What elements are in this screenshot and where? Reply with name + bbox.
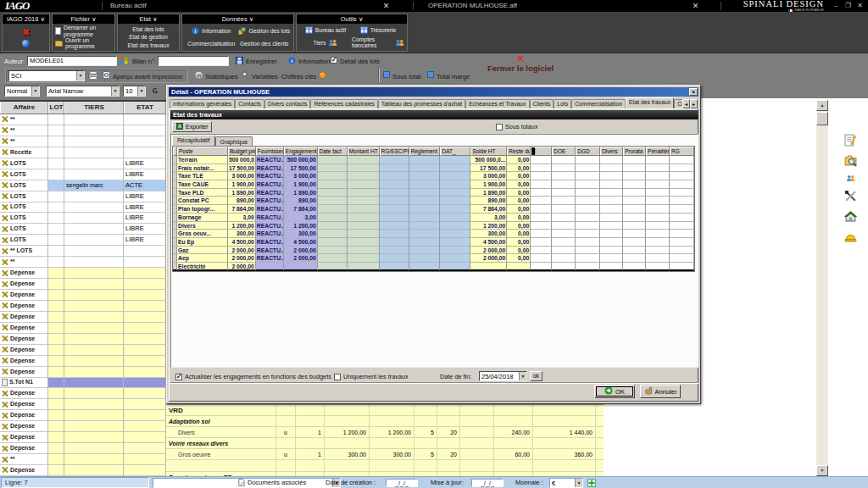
cell-prorata[interactable] xyxy=(623,189,646,197)
cell-engagement[interactable]: 1 900,00 xyxy=(284,180,318,189)
cell-solde_ht[interactable]: 4 500,00 xyxy=(470,238,507,247)
cell-reste_du[interactable]: 0,00 xyxy=(507,205,531,214)
list-item[interactable]: Dépense xyxy=(0,399,166,410)
cell-montant_ht[interactable] xyxy=(348,222,380,230)
table-row[interactable]: Aep2 000,00REACTU...2 000,002 000,000,00 xyxy=(173,254,694,263)
cell-tiers[interactable] xyxy=(64,378,124,389)
tab-scroll-right-icon[interactable]: ► xyxy=(690,99,698,108)
cell-divers[interactable] xyxy=(600,238,623,247)
column-header-etat[interactable]: ETAT xyxy=(124,102,166,114)
cell-lot[interactable] xyxy=(48,465,64,476)
cell-fournisseur[interactable]: REACTU... xyxy=(256,172,284,180)
cell-montant_ht[interactable] xyxy=(348,214,380,222)
cell-dgd[interactable] xyxy=(576,214,600,222)
column-header-affaire[interactable]: Affaire xyxy=(0,102,48,114)
cell-budget_prev[interactable]: 500 000,0... xyxy=(228,156,256,164)
cell-fournisseur[interactable]: REACTU... xyxy=(256,238,284,247)
cell-date_fact[interactable] xyxy=(318,205,348,214)
cell-etat[interactable] xyxy=(124,268,166,279)
cell-dat[interactable] xyxy=(440,214,470,222)
cell-etat[interactable] xyxy=(124,356,166,367)
cell-reglement[interactable] xyxy=(409,254,441,263)
detail-lots-checkbox[interactable] xyxy=(331,57,337,64)
cell-lot[interactable] xyxy=(48,312,64,323)
cell-fournisseur[interactable]: REACTU... xyxy=(256,180,284,189)
cell-budget_prev[interactable]: 4 500,00 xyxy=(228,238,256,247)
menu-title-etat[interactable]: Etat ∨ xyxy=(118,14,179,24)
cell-rg[interactable] xyxy=(670,222,694,230)
tab-ech-ances-et-travaux[interactable]: Echéances et Travaux xyxy=(465,99,529,108)
cell-fournisseur[interactable]: REACTU... xyxy=(256,222,284,230)
cell-affaire[interactable]: ** xyxy=(0,114,48,125)
cell-tiers[interactable] xyxy=(64,443,124,454)
cell-affaire[interactable]: Dépense xyxy=(0,334,48,345)
cell-lot[interactable] xyxy=(48,421,64,432)
cell-doe[interactable] xyxy=(552,254,576,263)
scrollbar-thumb[interactable] xyxy=(816,112,828,125)
cell-prorata[interactable] xyxy=(623,263,646,271)
cell-affaire[interactable]: LOTS xyxy=(0,224,48,235)
cell-dat[interactable] xyxy=(440,230,470,238)
cell-reglement[interactable] xyxy=(409,205,441,214)
cell-etat[interactable] xyxy=(124,125,166,136)
cell-fournisseur[interactable]: REACTU... xyxy=(256,230,284,238)
cell-solde_ht[interactable]: 7 864,00 xyxy=(470,205,507,214)
cell-solde_ht[interactable]: 500 000,0... xyxy=(470,156,507,164)
cell-reste_du[interactable]: 0,00 xyxy=(507,247,531,255)
cell-engagement[interactable]: 300,00 xyxy=(284,230,318,238)
cell-penalites[interactable] xyxy=(646,263,670,271)
cell-dgd[interactable] xyxy=(576,172,600,180)
cell-dgd[interactable] xyxy=(576,164,600,173)
cell-reglement[interactable] xyxy=(409,180,441,189)
cell-reglement[interactable] xyxy=(409,230,441,238)
cell-rg[interactable] xyxy=(670,254,694,263)
cell-tiers[interactable] xyxy=(64,158,124,169)
cell-lot[interactable] xyxy=(48,158,64,169)
cell-tiers[interactable] xyxy=(64,202,124,214)
menu-title-outils[interactable]: Outils ∨ xyxy=(297,14,407,24)
expand-icon[interactable] xyxy=(587,479,596,488)
cell-etat[interactable] xyxy=(124,246,166,257)
cell-engagement[interactable]: 3,00 xyxy=(284,214,318,222)
cell-tiers[interactable] xyxy=(64,399,124,410)
column-header-budget_prev[interactable]: Budget prév xyxy=(228,147,256,156)
cell-date_fact[interactable] xyxy=(318,156,348,164)
cell-penalites[interactable] xyxy=(646,189,670,197)
cell-dgd[interactable] xyxy=(576,205,600,214)
cell-rg_esc_pro[interactable] xyxy=(380,230,409,238)
cell-reste_du[interactable] xyxy=(507,263,531,271)
column-header-fournisseur[interactable]: Fournisseur xyxy=(256,147,284,156)
cell-rg[interactable] xyxy=(670,238,694,247)
cell-doe[interactable] xyxy=(552,247,576,255)
cell-affaire[interactable]: Dépense xyxy=(0,367,48,378)
dropdown-arrow-icon[interactable]: ▼ xyxy=(76,71,84,80)
cell-rg[interactable] xyxy=(670,247,694,255)
cell-divers[interactable] xyxy=(600,164,623,173)
cell-prorata[interactable] xyxy=(623,164,646,173)
cell-date_fact[interactable] xyxy=(318,222,348,230)
cell-affaire[interactable]: Dépense xyxy=(0,388,48,399)
list-item[interactable]: Dépense xyxy=(0,421,166,432)
cell-doe[interactable] xyxy=(552,214,576,222)
cell-penalites[interactable] xyxy=(646,222,670,230)
cell-divers[interactable] xyxy=(600,180,623,189)
cell-date_fact[interactable] xyxy=(318,247,348,255)
table-row[interactable]: Gaz2 000,00REACTU...2 000,002 000,000,00 xyxy=(173,247,694,255)
list-item[interactable]: LOTSLIBRE xyxy=(0,202,166,214)
cell-fournisseur[interactable]: REACTU... xyxy=(256,254,284,263)
cell-lot[interactable] xyxy=(48,454,64,465)
cell-montant_ht[interactable] xyxy=(348,263,380,271)
cell-rg[interactable] xyxy=(670,197,694,205)
cell-fournisseur[interactable]: REACTU... xyxy=(256,197,284,205)
cell-solde_ht[interactable]: 1 200,00 xyxy=(470,222,507,230)
column-header-montant_ht[interactable]: Montant HT xyxy=(348,147,380,156)
cell-doe[interactable] xyxy=(552,197,576,205)
cell-budget_prev[interactable]: 2 000,00 xyxy=(228,263,256,271)
cell-e[interactable] xyxy=(531,164,552,173)
cell-etat[interactable]: LIBRE xyxy=(124,235,166,246)
cell-tiers[interactable] xyxy=(64,290,124,301)
quit-icon[interactable]: ✖ xyxy=(22,27,30,38)
cell-lot[interactable] xyxy=(48,180,64,191)
column-header-reste_du[interactable]: Reste du xyxy=(507,147,531,156)
list-item[interactable]: S.Tot N1 xyxy=(0,378,166,389)
